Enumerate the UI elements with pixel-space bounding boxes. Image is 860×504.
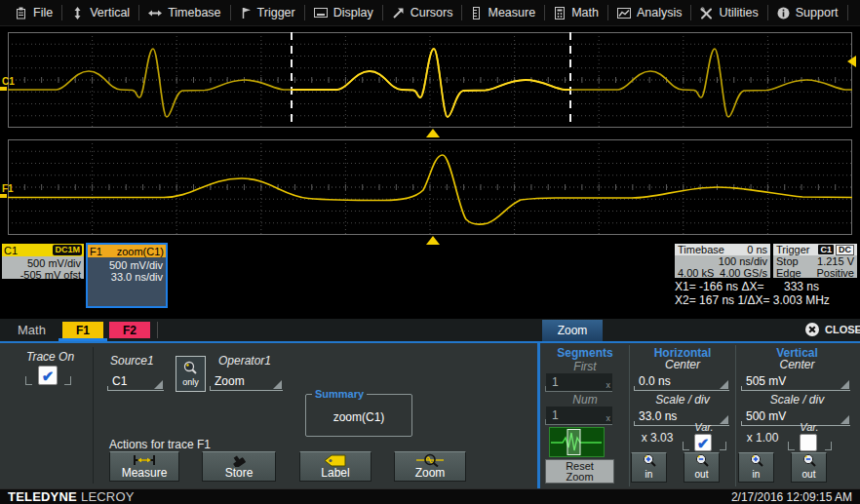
v-center-dropdown[interactable]: 505 mV bbox=[741, 371, 850, 391]
zoom-action-button[interactable]: Zoom bbox=[394, 451, 466, 482]
menu-vertical[interactable]: Vertical bbox=[62, 0, 138, 26]
trigger-time-marker[interactable] bbox=[426, 129, 440, 137]
menu-analysis[interactable]: Analysis bbox=[608, 0, 691, 26]
oscilloscope-app: File Vertical Timebase Trigger Display C… bbox=[0, 0, 860, 504]
trigger-level-marker[interactable] bbox=[847, 56, 856, 67]
f1-grid[interactable] bbox=[8, 139, 852, 235]
trigger-mode: Stop bbox=[776, 255, 799, 267]
tools-icon bbox=[700, 7, 713, 19]
trigger-time-marker-f1[interactable] bbox=[426, 236, 440, 245]
summary-group: Summary zoom(C1) bbox=[305, 394, 412, 437]
horizontal-arrows-icon bbox=[148, 7, 162, 19]
c1-zero-marker bbox=[0, 87, 7, 91]
segments-first-label: First bbox=[542, 360, 628, 373]
f1-function: zoom(C1) bbox=[117, 246, 164, 257]
v-zoom-in-button[interactable]: in bbox=[738, 452, 774, 483]
measure-action-button[interactable]: Measure bbox=[109, 451, 179, 482]
tab-zoom[interactable]: Zoom bbox=[542, 320, 603, 341]
tab-divider bbox=[157, 322, 158, 338]
info-icon bbox=[777, 7, 790, 19]
store-action-button[interactable]: Store bbox=[202, 451, 276, 482]
menu-math[interactable]: Math bbox=[545, 0, 607, 26]
h-scale-label: Scale / div bbox=[630, 393, 735, 407]
h-zoom-out-button[interactable]: out bbox=[684, 452, 720, 483]
reset-zoom-button[interactable]: Reset Zoom bbox=[545, 459, 614, 484]
zoom-only-button[interactable]: only bbox=[176, 356, 206, 392]
v-var-checkbox[interactable] bbox=[800, 434, 817, 451]
cursor-readout: X1= -166 ns ΔX=333 ns X2= 167 ns 1/ΔX= 3… bbox=[675, 280, 860, 307]
zoom-in-icon bbox=[749, 453, 764, 468]
tab-f2[interactable]: F2 bbox=[109, 322, 150, 338]
operator1-dropdown[interactable]: Zoom bbox=[210, 371, 283, 391]
trigger-box[interactable]: Trigger C1 DC Stop 1.215 V Edge Positive bbox=[773, 244, 857, 278]
f1-trace-label: F1 bbox=[2, 183, 14, 194]
segments-num-label: Num bbox=[542, 393, 628, 407]
tab-group-math[interactable]: Math bbox=[18, 323, 46, 337]
magnifier-icon bbox=[182, 361, 199, 377]
segments-first-input[interactable]: 1 x bbox=[546, 373, 612, 392]
menu-trigger[interactable]: Trigger bbox=[231, 0, 304, 26]
brand-logo: TELEDYNELECROY bbox=[8, 489, 135, 504]
source1-dropdown[interactable]: C1 bbox=[107, 371, 164, 391]
f1-vscale: 500 mV/div bbox=[88, 259, 163, 271]
c1-offset: -505 mV ofst bbox=[2, 269, 81, 281]
timebase-scale: 100 ns/div bbox=[719, 255, 767, 267]
dropdown-arrow-icon bbox=[840, 380, 849, 389]
h-center-dropdown[interactable]: 0.0 ns bbox=[634, 371, 729, 391]
v-center-label: Center bbox=[736, 358, 858, 371]
menu-display[interactable]: Display bbox=[305, 0, 382, 26]
menu-utilities[interactable]: Utilities bbox=[691, 0, 766, 26]
timebase-box[interactable]: Timebase 0 ns 100 ns/div 4.00 kS 4.00 GS… bbox=[675, 244, 770, 278]
statusbar: TELEDYNELECROY 2/17/2016 12:09:15 AM bbox=[0, 488, 860, 504]
timebase-rate: 4.00 GS/s bbox=[720, 267, 767, 279]
c1-grid[interactable] bbox=[8, 32, 852, 128]
trigger-title: Trigger bbox=[776, 244, 809, 255]
menu-file[interactable]: File bbox=[6, 0, 61, 26]
tab-f1[interactable]: F1 bbox=[62, 322, 103, 338]
trigger-coupling-badge: DC bbox=[836, 245, 854, 255]
dropdown-arrow-icon bbox=[273, 380, 282, 389]
h-zoom-in-button[interactable]: in bbox=[631, 452, 667, 483]
close-button[interactable]: CLOSE bbox=[805, 323, 860, 336]
zoom-wave-icon bbox=[415, 453, 445, 467]
menu-measure[interactable]: Measure bbox=[462, 0, 544, 26]
f1-descriptor-box[interactable]: F1 zoom(C1) 500 mV/div 33.0 ns/div bbox=[86, 243, 168, 308]
segments-header: Segments bbox=[542, 346, 628, 360]
actions-label: Actions for trace F1 bbox=[109, 438, 211, 451]
zoom-in-icon bbox=[642, 453, 657, 468]
zoom-section-divider bbox=[537, 341, 540, 488]
menu-cursors[interactable]: Cursors bbox=[383, 0, 462, 26]
vertical-arrows-icon bbox=[71, 7, 84, 19]
waveform-display-area: C1 F1 C1 DC1M 500 mV/div -505 mV ofst F1… bbox=[0, 26, 860, 319]
c1-trace-label: C1 bbox=[2, 76, 15, 87]
zoom-preview-button[interactable] bbox=[549, 427, 605, 457]
summary-value: zoom(C1) bbox=[306, 410, 411, 424]
h-var-label: Var. bbox=[686, 421, 722, 433]
c1-scale: 500 mV/div bbox=[2, 257, 81, 269]
f1-zero-marker bbox=[0, 194, 7, 198]
zoom-out-icon bbox=[694, 453, 710, 468]
trigger-source-badge: C1 bbox=[818, 245, 834, 254]
h-zoom-ratio: x 3.03 bbox=[634, 431, 681, 445]
c1-coupling-badge: DC1M bbox=[53, 245, 82, 255]
segments-num-input[interactable]: 1 x bbox=[546, 407, 612, 425]
calculator-icon bbox=[554, 7, 566, 19]
file-icon bbox=[15, 7, 27, 19]
measure-icon bbox=[471, 7, 482, 19]
operator1-label: Operator1 bbox=[218, 354, 271, 368]
source1-label: Source1 bbox=[110, 354, 154, 368]
trace-on-checkbox[interactable] bbox=[38, 366, 58, 385]
display-icon bbox=[314, 7, 328, 19]
menubar: File Vertical Timebase Trigger Display C… bbox=[0, 0, 860, 26]
menu-timebase[interactable]: Timebase bbox=[139, 0, 229, 26]
label-action-button[interactable]: Label bbox=[299, 451, 371, 482]
trigger-slope: Positive bbox=[816, 267, 854, 279]
zoom-region-preview-icon bbox=[550, 428, 604, 456]
chart-icon bbox=[617, 7, 631, 19]
h-var-checkbox[interactable] bbox=[694, 434, 712, 451]
v-zoom-out-button[interactable]: out bbox=[791, 452, 827, 483]
c1-descriptor-box[interactable]: C1 DC1M 500 mV/div -505 mV ofst bbox=[2, 244, 84, 279]
close-icon bbox=[805, 323, 819, 336]
trigger-level: 1.215 V bbox=[817, 255, 854, 267]
menu-support[interactable]: Support bbox=[768, 0, 847, 26]
